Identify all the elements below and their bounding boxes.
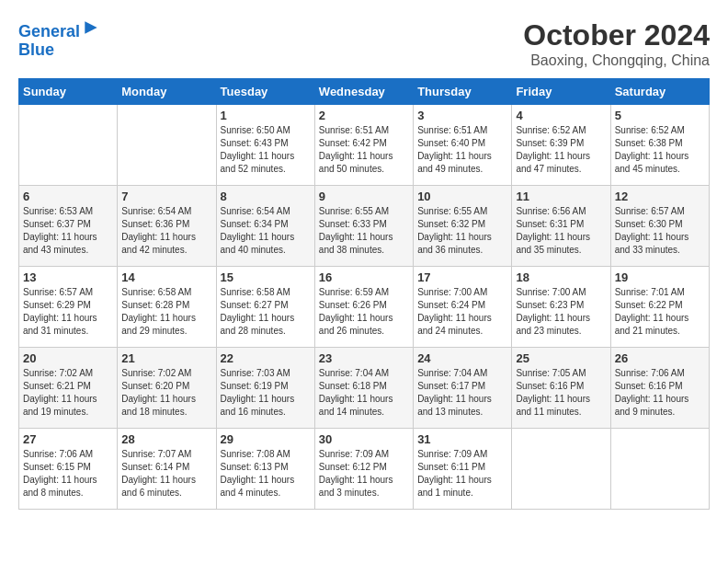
day-number: 16 bbox=[319, 270, 409, 284]
calendar-cell: 19Sunrise: 7:01 AM Sunset: 6:22 PM Dayli… bbox=[610, 267, 709, 348]
day-number: 30 bbox=[319, 432, 409, 446]
day-number: 4 bbox=[516, 109, 606, 122]
day-detail: Sunrise: 7:01 AM Sunset: 6:22 PM Dayligh… bbox=[615, 286, 705, 338]
logo-text: General Blue bbox=[18, 18, 100, 60]
day-detail: Sunrise: 6:58 AM Sunset: 6:28 PM Dayligh… bbox=[121, 286, 211, 338]
calendar-cell: 28Sunrise: 7:07 AM Sunset: 6:14 PM Dayli… bbox=[118, 429, 216, 510]
week-row-3: 13Sunrise: 6:57 AM Sunset: 6:29 PM Dayli… bbox=[19, 267, 710, 348]
day-detail: Sunrise: 6:54 AM Sunset: 6:34 PM Dayligh… bbox=[221, 205, 311, 257]
day-number: 10 bbox=[417, 190, 507, 203]
calendar-cell: 5Sunrise: 6:52 AM Sunset: 6:38 PM Daylig… bbox=[610, 105, 709, 186]
day-number: 18 bbox=[516, 270, 606, 284]
day-number: 22 bbox=[221, 351, 311, 365]
day-detail: Sunrise: 6:52 AM Sunset: 6:39 PM Dayligh… bbox=[516, 124, 606, 176]
calendar-cell bbox=[19, 105, 118, 186]
day-number: 5 bbox=[615, 109, 705, 122]
day-detail: Sunrise: 6:50 AM Sunset: 6:43 PM Dayligh… bbox=[221, 124, 311, 176]
day-detail: Sunrise: 7:07 AM Sunset: 6:14 PM Dayligh… bbox=[121, 448, 211, 500]
week-row-5: 27Sunrise: 7:06 AM Sunset: 6:15 PM Dayli… bbox=[19, 429, 710, 510]
week-row-4: 20Sunrise: 7:02 AM Sunset: 6:21 PM Dayli… bbox=[19, 348, 710, 429]
weekday-header-thursday: Thursday bbox=[414, 79, 512, 105]
day-detail: Sunrise: 7:09 AM Sunset: 6:11 PM Dayligh… bbox=[417, 448, 507, 500]
day-detail: Sunrise: 6:55 AM Sunset: 6:33 PM Dayligh… bbox=[319, 205, 409, 257]
calendar-cell bbox=[512, 429, 610, 510]
day-number: 11 bbox=[516, 190, 606, 203]
day-detail: Sunrise: 7:00 AM Sunset: 6:24 PM Dayligh… bbox=[417, 286, 507, 338]
day-number: 1 bbox=[221, 109, 311, 122]
calendar-cell: 18Sunrise: 7:00 AM Sunset: 6:23 PM Dayli… bbox=[512, 267, 610, 348]
day-number: 9 bbox=[319, 190, 409, 203]
day-detail: Sunrise: 7:03 AM Sunset: 6:19 PM Dayligh… bbox=[221, 367, 311, 419]
calendar-cell: 23Sunrise: 7:04 AM Sunset: 6:18 PM Dayli… bbox=[314, 348, 413, 429]
weekday-header-monday: Monday bbox=[118, 79, 216, 105]
day-number: 12 bbox=[615, 190, 705, 203]
calendar-cell: 16Sunrise: 6:59 AM Sunset: 6:26 PM Dayli… bbox=[314, 267, 413, 348]
day-number: 28 bbox=[121, 432, 211, 446]
day-detail: Sunrise: 6:54 AM Sunset: 6:36 PM Dayligh… bbox=[121, 205, 211, 257]
weekday-header-saturday: Saturday bbox=[610, 79, 709, 105]
calendar-cell: 15Sunrise: 6:58 AM Sunset: 6:27 PM Dayli… bbox=[216, 267, 314, 348]
day-detail: Sunrise: 6:55 AM Sunset: 6:32 PM Dayligh… bbox=[417, 205, 507, 257]
logo-icon bbox=[82, 18, 100, 37]
day-detail: Sunrise: 6:51 AM Sunset: 6:42 PM Dayligh… bbox=[319, 124, 409, 176]
calendar-cell: 13Sunrise: 6:57 AM Sunset: 6:29 PM Dayli… bbox=[19, 267, 118, 348]
calendar-cell: 10Sunrise: 6:55 AM Sunset: 6:32 PM Dayli… bbox=[414, 186, 512, 267]
day-detail: Sunrise: 7:06 AM Sunset: 6:15 PM Dayligh… bbox=[23, 448, 113, 500]
calendar-cell: 3Sunrise: 6:51 AM Sunset: 6:40 PM Daylig… bbox=[414, 105, 512, 186]
calendar-cell: 25Sunrise: 7:05 AM Sunset: 6:16 PM Dayli… bbox=[512, 348, 610, 429]
day-number: 24 bbox=[417, 351, 507, 365]
day-number: 8 bbox=[221, 190, 311, 203]
week-row-1: 1Sunrise: 6:50 AM Sunset: 6:43 PM Daylig… bbox=[19, 105, 710, 186]
day-number: 26 bbox=[615, 351, 705, 365]
calendar-cell: 7Sunrise: 6:54 AM Sunset: 6:36 PM Daylig… bbox=[118, 186, 216, 267]
day-number: 23 bbox=[319, 351, 409, 365]
day-detail: Sunrise: 7:04 AM Sunset: 6:18 PM Dayligh… bbox=[319, 367, 409, 419]
day-detail: Sunrise: 6:57 AM Sunset: 6:30 PM Dayligh… bbox=[615, 205, 705, 257]
calendar-cell: 6Sunrise: 6:53 AM Sunset: 6:37 PM Daylig… bbox=[19, 186, 118, 267]
day-number: 19 bbox=[615, 270, 705, 284]
calendar-cell: 9Sunrise: 6:55 AM Sunset: 6:33 PM Daylig… bbox=[314, 186, 413, 267]
day-number: 14 bbox=[121, 270, 211, 284]
day-detail: Sunrise: 6:52 AM Sunset: 6:38 PM Dayligh… bbox=[615, 124, 705, 176]
calendar-table: SundayMondayTuesdayWednesdayThursdayFrid… bbox=[18, 78, 710, 510]
day-detail: Sunrise: 7:02 AM Sunset: 6:21 PM Dayligh… bbox=[23, 367, 113, 419]
month-title: October 2024 bbox=[523, 18, 710, 52]
day-number: 13 bbox=[23, 270, 113, 284]
day-detail: Sunrise: 6:59 AM Sunset: 6:26 PM Dayligh… bbox=[319, 286, 409, 338]
day-detail: Sunrise: 7:04 AM Sunset: 6:17 PM Dayligh… bbox=[417, 367, 507, 419]
weekday-header-friday: Friday bbox=[512, 79, 610, 105]
weekday-header-tuesday: Tuesday bbox=[216, 79, 314, 105]
day-detail: Sunrise: 6:51 AM Sunset: 6:40 PM Dayligh… bbox=[417, 124, 507, 176]
weekday-header-row: SundayMondayTuesdayWednesdayThursdayFrid… bbox=[19, 79, 710, 105]
day-detail: Sunrise: 7:08 AM Sunset: 6:13 PM Dayligh… bbox=[221, 448, 311, 500]
day-number: 20 bbox=[23, 351, 113, 365]
calendar-cell: 1Sunrise: 6:50 AM Sunset: 6:43 PM Daylig… bbox=[216, 105, 314, 186]
weekday-header-wednesday: Wednesday bbox=[314, 79, 413, 105]
calendar-cell: 11Sunrise: 6:56 AM Sunset: 6:31 PM Dayli… bbox=[512, 186, 610, 267]
day-number: 21 bbox=[121, 351, 211, 365]
calendar-cell: 21Sunrise: 7:02 AM Sunset: 6:20 PM Dayli… bbox=[118, 348, 216, 429]
calendar-cell: 22Sunrise: 7:03 AM Sunset: 6:19 PM Dayli… bbox=[216, 348, 314, 429]
day-number: 7 bbox=[121, 190, 211, 203]
calendar-cell: 14Sunrise: 6:58 AM Sunset: 6:28 PM Dayli… bbox=[118, 267, 216, 348]
day-number: 17 bbox=[417, 270, 507, 284]
day-detail: Sunrise: 7:00 AM Sunset: 6:23 PM Dayligh… bbox=[516, 286, 606, 338]
calendar-cell: 24Sunrise: 7:04 AM Sunset: 6:17 PM Dayli… bbox=[414, 348, 512, 429]
calendar-cell: 2Sunrise: 6:51 AM Sunset: 6:42 PM Daylig… bbox=[314, 105, 413, 186]
day-number: 3 bbox=[417, 109, 507, 122]
day-number: 31 bbox=[417, 432, 507, 446]
day-detail: Sunrise: 7:05 AM Sunset: 6:16 PM Dayligh… bbox=[516, 367, 606, 419]
svg-marker-0 bbox=[85, 21, 97, 33]
page-header: General Blue October 2024 Baoxing, Chong… bbox=[18, 18, 710, 69]
logo-general: General bbox=[18, 22, 80, 40]
calendar-cell: 20Sunrise: 7:02 AM Sunset: 6:21 PM Dayli… bbox=[19, 348, 118, 429]
logo-blue: Blue bbox=[18, 40, 54, 59]
day-detail: Sunrise: 6:53 AM Sunset: 6:37 PM Dayligh… bbox=[23, 205, 113, 257]
calendar-cell: 17Sunrise: 7:00 AM Sunset: 6:24 PM Dayli… bbox=[414, 267, 512, 348]
day-detail: Sunrise: 6:57 AM Sunset: 6:29 PM Dayligh… bbox=[23, 286, 113, 338]
day-detail: Sunrise: 7:09 AM Sunset: 6:12 PM Dayligh… bbox=[319, 448, 409, 500]
day-number: 27 bbox=[23, 432, 113, 446]
weekday-header-sunday: Sunday bbox=[19, 79, 118, 105]
calendar-cell bbox=[610, 429, 709, 510]
day-number: 15 bbox=[221, 270, 311, 284]
